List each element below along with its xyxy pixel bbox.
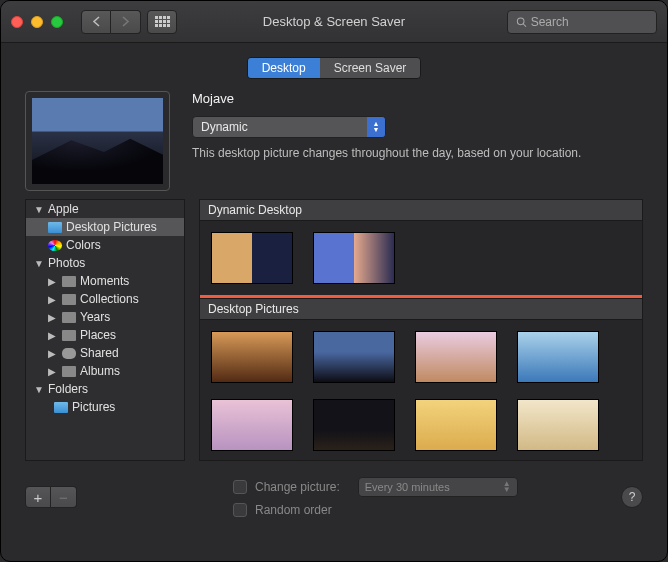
tab-bar: Desktop Screen Saver xyxy=(1,43,667,91)
sidebar-item-apple[interactable]: ▼Apple xyxy=(26,200,184,218)
remove-source-button[interactable]: − xyxy=(51,486,77,508)
chevron-right-icon: ▶ xyxy=(48,294,58,305)
random-order-label: Random order xyxy=(255,503,332,517)
photos-icon xyxy=(62,312,76,323)
grid-icon xyxy=(155,16,170,27)
photos-icon xyxy=(62,330,76,341)
photos-icon xyxy=(62,294,76,305)
sidebar-item-places[interactable]: ▶Places xyxy=(26,326,184,344)
wallpaper-description: This desktop picture changes throughout … xyxy=(192,146,643,160)
disclosure-triangle-icon: ▼ xyxy=(34,204,44,215)
sidebar-item-years[interactable]: ▶Years xyxy=(26,308,184,326)
group-header-dynamic: Dynamic Desktop xyxy=(200,200,642,221)
search-field[interactable] xyxy=(507,10,657,34)
folder-icon xyxy=(48,222,62,233)
chevron-right-icon: ▶ xyxy=(48,330,58,341)
wallpaper-thumb[interactable] xyxy=(212,400,292,450)
titlebar: Desktop & Screen Saver xyxy=(1,1,667,43)
sidebar-item-photos[interactable]: ▼Photos xyxy=(26,254,184,272)
disclosure-triangle-icon: ▼ xyxy=(34,258,44,269)
wallpaper-thumb[interactable] xyxy=(314,400,394,450)
wallpaper-thumb[interactable] xyxy=(212,332,292,382)
folder-icon xyxy=(54,402,68,413)
wallpaper-grid: Dynamic Desktop Desktop Pictures xyxy=(199,199,643,461)
source-sidebar[interactable]: ▼Apple Desktop Pictures Colors ▼Photos ▶… xyxy=(25,199,185,461)
sidebar-item-shared[interactable]: ▶Shared xyxy=(26,344,184,362)
wallpaper-thumb[interactable] xyxy=(518,332,598,382)
wallpaper-thumb[interactable] xyxy=(416,332,496,382)
back-button[interactable] xyxy=(81,10,111,34)
updown-icon: ▲▼ xyxy=(503,481,511,493)
close-window-button[interactable] xyxy=(11,16,23,28)
chevron-right-icon: ▶ xyxy=(48,348,58,359)
sidebar-item-collections[interactable]: ▶Collections xyxy=(26,290,184,308)
sidebar-item-pictures[interactable]: Pictures xyxy=(26,398,184,416)
zoom-window-button[interactable] xyxy=(51,16,63,28)
chevron-right-icon: ▶ xyxy=(48,312,58,323)
sidebar-item-albums[interactable]: ▶Albums xyxy=(26,362,184,380)
change-interval-dropdown[interactable]: Every 30 minutes ▲▼ xyxy=(358,477,518,497)
sidebar-item-moments[interactable]: ▶Moments xyxy=(26,272,184,290)
sidebar-item-colors[interactable]: Colors xyxy=(26,236,184,254)
current-wallpaper-preview xyxy=(25,91,170,191)
svg-point-0 xyxy=(517,17,524,24)
chevron-right-icon: ▶ xyxy=(48,366,58,377)
pictures-scroll[interactable] xyxy=(200,320,642,460)
chevron-right-icon: ▶ xyxy=(48,276,58,287)
svg-line-1 xyxy=(523,24,526,27)
updown-icon: ▲▼ xyxy=(367,117,385,137)
wallpaper-thumb[interactable] xyxy=(518,400,598,450)
add-source-button[interactable]: + xyxy=(25,486,51,508)
forward-button[interactable] xyxy=(111,10,141,34)
tab-screensaver[interactable]: Screen Saver xyxy=(320,58,421,78)
wallpaper-thumb[interactable] xyxy=(314,332,394,382)
dynamic-wallpaper-thumb[interactable] xyxy=(314,233,394,283)
dropdown-value: Dynamic xyxy=(193,120,256,134)
interval-value: Every 30 minutes xyxy=(365,481,450,493)
cloud-icon xyxy=(62,348,76,359)
minimize-window-button[interactable] xyxy=(31,16,43,28)
traffic-lights xyxy=(11,16,63,28)
search-input[interactable] xyxy=(531,15,648,29)
tab-desktop[interactable]: Desktop xyxy=(248,58,320,78)
change-picture-checkbox[interactable] xyxy=(233,480,247,494)
colors-icon xyxy=(48,240,62,251)
random-order-checkbox[interactable] xyxy=(233,503,247,517)
show-all-button[interactable] xyxy=(147,10,177,34)
dynamic-mode-dropdown[interactable]: Dynamic ▲▼ xyxy=(192,116,386,138)
wallpaper-thumb[interactable] xyxy=(416,400,496,450)
sidebar-item-desktop-pictures[interactable]: Desktop Pictures xyxy=(26,218,184,236)
change-picture-label: Change picture: xyxy=(255,480,340,494)
group-header-pictures: Desktop Pictures xyxy=(200,298,642,320)
photos-icon xyxy=(62,366,76,377)
search-icon xyxy=(516,16,527,28)
wallpaper-name: Mojave xyxy=(192,91,643,106)
disclosure-triangle-icon: ▼ xyxy=(34,384,44,395)
dynamic-wallpaper-thumb[interactable] xyxy=(212,233,292,283)
photos-icon xyxy=(62,276,76,287)
sidebar-item-folders[interactable]: ▼Folders xyxy=(26,380,184,398)
help-button[interactable]: ? xyxy=(621,486,643,508)
dynamic-desktop-section-highlight: Dynamic Desktop xyxy=(199,199,643,298)
